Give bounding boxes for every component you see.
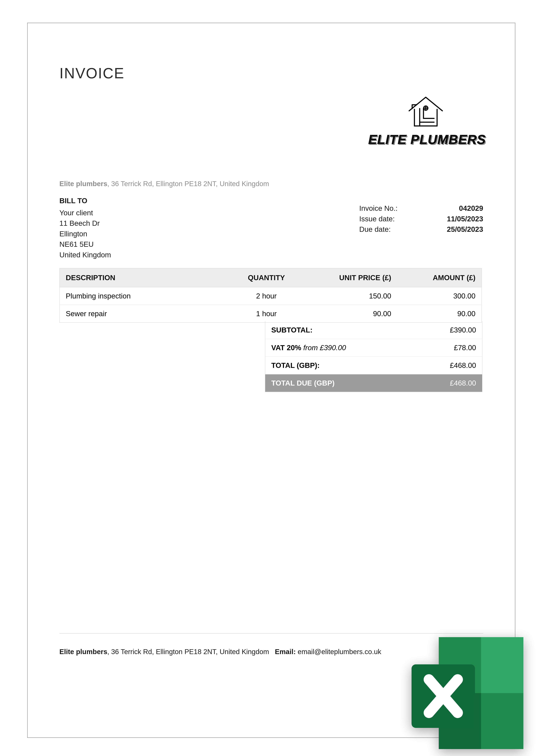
col-amount: AMOUNT (£) (397, 268, 482, 287)
bill-to-postcode: NE61 5EU (60, 239, 111, 250)
col-quantity: QUANTITY (228, 268, 304, 287)
invoice-meta: Invoice No.: 042029 Issue date: 11/05/20… (359, 203, 483, 235)
total-due-label: TOTAL DUE (GBP) (271, 379, 335, 387)
total-row: TOTAL (GBP): £468.00 (265, 356, 482, 374)
bill-to-line2: Ellington (60, 228, 111, 239)
footer-line: Elite plumbers, 36 Terrick Rd, Ellington… (60, 648, 381, 656)
due-date-value: 25/05/2023 (447, 224, 483, 235)
vat-label-italic: from £390.00 (303, 344, 346, 352)
total-value: £468.00 (450, 361, 476, 370)
due-date-label: Due date: (359, 224, 391, 235)
table-row: Plumbing inspection 2 hour 150.00 300.00 (60, 287, 482, 305)
invoice-page: INVOICE (27, 23, 515, 738)
invoice-no-label: Invoice No.: (359, 203, 397, 214)
bill-to-heading: BILL TO (60, 196, 111, 206)
vat-label: VAT 20% from £390.00 (271, 344, 346, 352)
cell-amount: 90.00 (397, 305, 482, 323)
table-row: Sewer repair 1 hour 90.00 90.00 (60, 305, 482, 323)
meta-row-due-date: Due date: 25/05/2023 (359, 224, 483, 235)
svg-rect-14 (481, 693, 523, 749)
bill-to-line1: 11 Beech Dr (60, 218, 111, 228)
footer-company-name: Elite plumbers (60, 648, 107, 656)
cell-description: Plumbing inspection (60, 287, 228, 305)
totals-block: SUBTOTAL: £390.00 VAT 20% from £390.00 £… (265, 321, 482, 392)
subtotal-label: SUBTOTAL: (271, 326, 313, 334)
footer-email-label: Email: (275, 648, 296, 656)
company-logo: ELITE PLUMBERS (368, 94, 483, 147)
invoice-title: INVOICE (60, 65, 125, 82)
subtotal-row: SUBTOTAL: £390.00 (265, 321, 482, 339)
footer-email: email@eliteplumbers.co.uk (298, 648, 381, 656)
total-due-row: TOTAL DUE (GBP) £468.00 (265, 374, 482, 392)
meta-row-issue-date: Issue date: 11/05/2023 (359, 214, 483, 224)
svg-rect-12 (481, 637, 523, 693)
sender-name: Elite plumbers (60, 180, 107, 188)
meta-row-invoice-no: Invoice No.: 042029 (359, 203, 483, 214)
table-header-row: DESCRIPTION QUANTITY UNIT PRICE (£) AMOU… (60, 268, 482, 287)
total-label: TOTAL (GBP): (271, 361, 320, 370)
cell-quantity: 2 hour (228, 287, 304, 305)
bill-to-name: Your client (60, 208, 111, 218)
footer-address: , 36 Terrick Rd, Ellington PE18 2NT, Uni… (107, 648, 269, 656)
company-logo-text: ELITE PLUMBERS (368, 132, 483, 147)
col-description: DESCRIPTION (60, 268, 228, 287)
cell-unit-price: 90.00 (304, 305, 397, 323)
issue-date-value: 11/05/2023 (447, 214, 483, 224)
page-container: INVOICE (0, 0, 540, 756)
total-due-value: £468.00 (450, 379, 476, 387)
invoice-no-value: 042029 (459, 203, 483, 214)
sender-address: , 36 Terrick Rd, Ellington PE18 2NT, Uni… (107, 180, 269, 188)
issue-date-label: Issue date: (359, 214, 395, 224)
vat-label-bold: VAT 20% (271, 344, 303, 352)
col-unit-price: UNIT PRICE (£) (304, 268, 397, 287)
cell-amount: 300.00 (397, 287, 482, 305)
cell-description: Sewer repair (60, 305, 228, 323)
vat-value: £78.00 (454, 344, 476, 352)
vat-row: VAT 20% from £390.00 £78.00 (265, 339, 482, 356)
house-pipes-icon (406, 94, 445, 127)
line-items-table: DESCRIPTION QUANTITY UNIT PRICE (£) AMOU… (60, 268, 482, 323)
subtotal-value: £390.00 (450, 326, 476, 334)
cell-quantity: 1 hour (228, 305, 304, 323)
excel-icon (390, 631, 529, 755)
sender-address-line: Elite plumbers, 36 Terrick Rd, Ellington… (60, 180, 269, 188)
bill-to-block: BILL TO Your client 11 Beech Dr Ellingto… (60, 196, 111, 260)
cell-unit-price: 150.00 (304, 287, 397, 305)
bill-to-country: United Kingdom (60, 250, 111, 260)
